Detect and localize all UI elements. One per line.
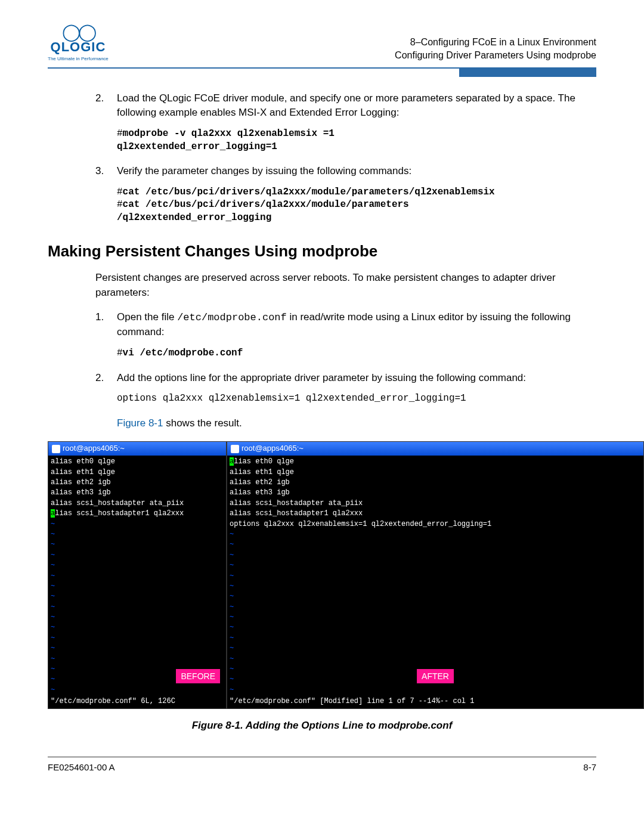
terminal-icon (52, 445, 60, 453)
step-number: 2. (95, 91, 117, 120)
code-block-options: options qla2xxx ql2xenablemsix=1 ql2xext… (117, 392, 596, 405)
footer-doc-id: FE0254601-00 A (48, 762, 115, 772)
step-text: Add the options line for the appropriate… (117, 371, 596, 386)
step-number: 1. (95, 310, 117, 340)
page-tab-marker (459, 69, 596, 77)
page-header: ◯◯ QLOGIC The Ultimate in Performance 8–… (48, 24, 596, 63)
footer-page-num: 8-7 (583, 762, 596, 772)
terminal-after: root@apps4065:~ alias eth0 qlge alias et… (227, 441, 644, 708)
logo-icon: ◯◯ (62, 24, 94, 41)
figure-reference-line: Figure 8-1 shows the result. (95, 416, 596, 431)
figure-ref-link[interactable]: Figure 8-1 (117, 417, 163, 429)
step-b1: 1. Open the file /etc/modprobe.conf in r… (95, 310, 596, 340)
step-3: 3. Verify the parameter changes by issui… (95, 164, 596, 179)
terminal-icon (231, 445, 239, 453)
terminal-status: "/etc/modprobe.conf" [Modified] line 1 o… (227, 696, 643, 708)
section-intro: Persistent changes are preserved across … (95, 271, 596, 300)
step-number: 2. (95, 371, 117, 386)
terminal-body: alias eth0 qlge alias eth1 qlge alias et… (48, 456, 226, 696)
terminal-status: "/etc/modprobe.conf" 6L, 126C (48, 696, 226, 708)
footer-rule (48, 757, 596, 757)
header-line-2: Configuring Driver Parameters Using modp… (395, 49, 596, 62)
figure-terminals: root@apps4065:~ alias eth0 qlge alias et… (48, 441, 644, 708)
section-heading: Making Persistent Changes Using modprobe (48, 240, 596, 263)
before-label: BEFORE (176, 669, 220, 683)
terminal-before: root@apps4065:~ alias eth0 qlge alias et… (48, 441, 227, 708)
page-footer: FE0254601-00 A 8-7 (48, 762, 596, 778)
header-titles: 8–Configuring FCoE in a Linux Environmen… (395, 24, 596, 63)
header-line-1: 8–Configuring FCoE in a Linux Environmen… (395, 36, 596, 49)
logo: ◯◯ QLOGIC The Ultimate in Performance (48, 24, 109, 61)
step-number: 3. (95, 164, 117, 179)
step-2: 2. Load the QLogic FCoE driver module, a… (95, 91, 596, 120)
logo-brand: QLOGIC (51, 39, 106, 55)
figure-caption: Figure 8-1. Adding the Options Line to m… (48, 719, 596, 733)
inline-path: /etc/modprobe.conf (177, 312, 287, 323)
terminal-body: alias eth0 qlge alias eth1 qlge alias et… (227, 456, 643, 696)
step-text: Verify the parameter changes by issuing … (117, 164, 596, 179)
after-label: AFTER (417, 669, 454, 683)
code-block-modprobe: #modprobe -v qla2xxx ql2xenablemsix =1 q… (117, 128, 596, 153)
terminal-titlebar: root@apps4065:~ (227, 442, 643, 456)
step-text: Load the QLogic FCoE driver module, and … (117, 91, 596, 120)
code-block-vi: #vi /etc/modprobe.conf (117, 347, 596, 360)
terminal-titlebar: root@apps4065:~ (48, 442, 226, 456)
step-text: Open the file /etc/modprobe.conf in read… (117, 310, 596, 340)
logo-tagline: The Ultimate in Performance (48, 56, 109, 61)
code-block-cat: #cat /etc/bus/pci/drivers/qla2xxx/module… (117, 186, 596, 225)
step-b2: 2. Add the options line for the appropri… (95, 371, 596, 386)
